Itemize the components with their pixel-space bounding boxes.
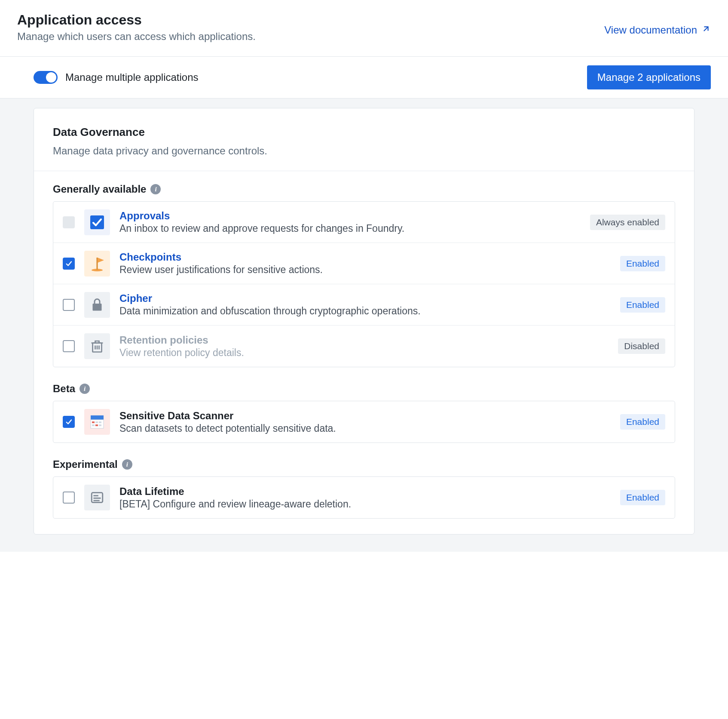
app-desc: An inbox to review and approve requests …: [119, 223, 581, 234]
app-desc: Review user justifications for sensitive…: [119, 264, 611, 276]
page-subtitle: Manage which users can access which appl…: [17, 31, 604, 43]
lifetime-icon: [84, 485, 110, 510]
info-icon[interactable]: i: [122, 459, 132, 470]
toggle-label: Manage multiple applications: [65, 71, 199, 83]
info-icon[interactable]: i: [150, 184, 161, 194]
svg-rect-14: [94, 498, 101, 499]
toolbar: Manage multiple applications Manage 2 ap…: [0, 56, 728, 98]
app-row-lifetime[interactable]: Data Lifetime [BETA] Configure and revie…: [53, 477, 675, 518]
approvals-icon: [84, 209, 110, 235]
app-row-scanner[interactable]: Sensitive Data Scanner Scan datasets to …: [53, 401, 675, 442]
scanner-icon: [84, 409, 110, 435]
data-governance-panel: Data Governance Manage data privacy and …: [34, 108, 694, 535]
content-area: Data Governance Manage data privacy and …: [0, 98, 728, 552]
app-title: Approvals: [119, 210, 581, 222]
app-row-approvals[interactable]: Approvals An inbox to review and approve…: [53, 202, 675, 243]
app-list-beta: Sensitive Data Scanner Scan datasets to …: [53, 401, 675, 443]
status-badge: Always enabled: [590, 215, 665, 230]
status-badge: Enabled: [620, 256, 665, 271]
app-desc: Scan datasets to detect potentially sens…: [119, 423, 611, 434]
app-title: Cipher: [119, 292, 611, 304]
svg-rect-8: [99, 421, 101, 423]
svg-rect-4: [91, 415, 104, 420]
checkbox-approvals: [63, 216, 75, 228]
checkbox-checkpoints[interactable]: [63, 258, 75, 270]
doc-link-label: View documentation: [604, 24, 697, 36]
status-badge: Enabled: [620, 297, 665, 313]
app-row-cipher[interactable]: Cipher Data minimization and obfuscation…: [53, 284, 675, 326]
checkbox-retention[interactable]: [63, 340, 75, 352]
panel-title: Data Governance: [53, 126, 675, 139]
app-desc: View retention policy details.: [119, 347, 609, 359]
section-heading-label: Experimental: [53, 458, 118, 470]
external-link-icon: [701, 24, 711, 36]
app-desc: [BETA] Configure and review lineage-awar…: [119, 498, 611, 510]
svg-rect-13: [94, 495, 98, 496]
svg-rect-0: [90, 215, 104, 229]
app-title: Retention policies: [119, 334, 609, 346]
status-badge: Enabled: [620, 490, 665, 505]
checkbox-scanner[interactable]: [63, 416, 75, 428]
app-row-retention[interactable]: Retention policies View retention policy…: [53, 326, 675, 367]
page-title: Application access: [17, 12, 604, 28]
checkbox-cipher[interactable]: [63, 299, 75, 311]
svg-rect-7: [95, 421, 98, 423]
status-badge: Enabled: [620, 414, 665, 430]
app-list-ga: Approvals An inbox to review and approve…: [53, 201, 675, 367]
checkbox-lifetime[interactable]: [63, 492, 75, 504]
section-heading-label: Generally available: [53, 183, 146, 195]
section-generally-available: Generally available i Approvals An inbox…: [34, 171, 694, 383]
checkpoints-icon: [84, 251, 110, 277]
manage-multiple-toggle[interactable]: [34, 71, 58, 84]
app-title: Sensitive Data Scanner: [119, 410, 611, 422]
manage-applications-button[interactable]: Manage 2 applications: [587, 65, 711, 89]
svg-rect-5: [91, 420, 104, 428]
svg-rect-6: [92, 421, 95, 423]
view-documentation-link[interactable]: View documentation: [604, 24, 711, 36]
panel-subtitle: Manage data privacy and governance contr…: [53, 145, 675, 157]
svg-rect-11: [99, 424, 101, 426]
app-list-experimental: Data Lifetime [BETA] Configure and revie…: [53, 476, 675, 519]
app-title: Checkpoints: [119, 251, 611, 263]
app-title: Data Lifetime: [119, 485, 611, 498]
svg-rect-15: [94, 500, 100, 501]
retention-icon: [84, 333, 110, 359]
section-heading-label: Beta: [53, 383, 75, 395]
section-experimental: Experimental i Data Lifetime [BETA] Conf…: [34, 458, 694, 534]
section-beta: Beta i Sensitive Data Scanner Scan datas…: [34, 383, 694, 458]
cipher-icon: [84, 292, 110, 318]
svg-rect-10: [95, 424, 98, 426]
page-header: Application access Manage which users ca…: [0, 0, 728, 56]
status-badge: Disabled: [618, 338, 665, 354]
info-icon[interactable]: i: [80, 384, 90, 394]
svg-rect-9: [92, 424, 95, 426]
app-desc: Data minimization and obfuscation throug…: [119, 305, 611, 317]
app-row-checkpoints[interactable]: Checkpoints Review user justifications f…: [53, 243, 675, 284]
